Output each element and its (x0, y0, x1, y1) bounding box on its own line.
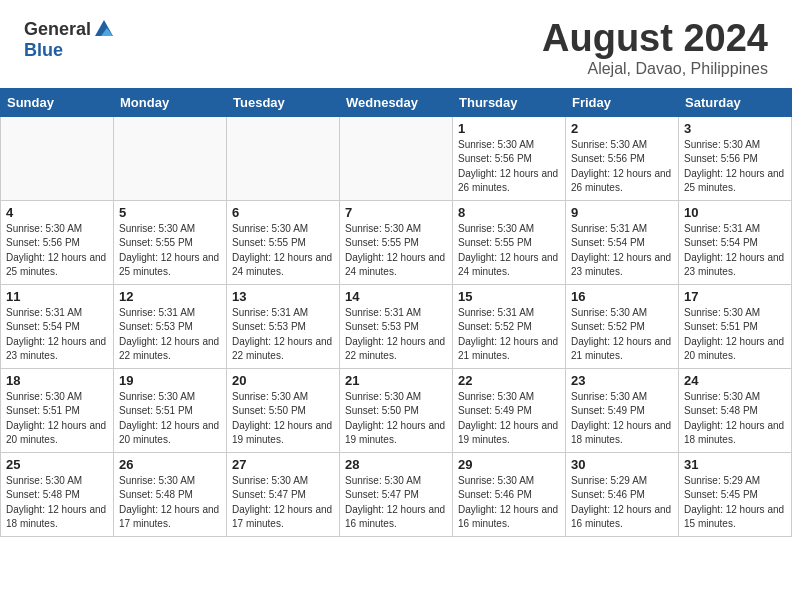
calendar-cell: 1Sunrise: 5:30 AM Sunset: 5:56 PM Daylig… (453, 116, 566, 200)
day-number: 9 (571, 205, 673, 220)
calendar-cell: 2Sunrise: 5:30 AM Sunset: 5:56 PM Daylig… (566, 116, 679, 200)
calendar-cell (227, 116, 340, 200)
day-number: 10 (684, 205, 786, 220)
day-number: 14 (345, 289, 447, 304)
logo: General Blue (24, 18, 115, 61)
day-number: 2 (571, 121, 673, 136)
day-info: Sunrise: 5:30 AM Sunset: 5:52 PM Dayligh… (571, 306, 673, 364)
day-info: Sunrise: 5:30 AM Sunset: 5:56 PM Dayligh… (6, 222, 108, 280)
calendar-week-row: 1Sunrise: 5:30 AM Sunset: 5:56 PM Daylig… (1, 116, 792, 200)
calendar-cell: 25Sunrise: 5:30 AM Sunset: 5:48 PM Dayli… (1, 452, 114, 536)
calendar-week-row: 4Sunrise: 5:30 AM Sunset: 5:56 PM Daylig… (1, 200, 792, 284)
calendar-cell: 7Sunrise: 5:30 AM Sunset: 5:55 PM Daylig… (340, 200, 453, 284)
calendar-body: 1Sunrise: 5:30 AM Sunset: 5:56 PM Daylig… (1, 116, 792, 536)
calendar-cell: 30Sunrise: 5:29 AM Sunset: 5:46 PM Dayli… (566, 452, 679, 536)
day-number: 1 (458, 121, 560, 136)
day-number: 28 (345, 457, 447, 472)
day-info: Sunrise: 5:30 AM Sunset: 5:48 PM Dayligh… (6, 474, 108, 532)
day-number: 26 (119, 457, 221, 472)
day-number: 25 (6, 457, 108, 472)
day-info: Sunrise: 5:30 AM Sunset: 5:48 PM Dayligh… (684, 390, 786, 448)
calendar-cell: 16Sunrise: 5:30 AM Sunset: 5:52 PM Dayli… (566, 284, 679, 368)
logo-blue-text: Blue (24, 40, 63, 60)
day-number: 20 (232, 373, 334, 388)
calendar-cell: 15Sunrise: 5:31 AM Sunset: 5:52 PM Dayli… (453, 284, 566, 368)
day-of-week-header: Saturday (679, 88, 792, 116)
day-info: Sunrise: 5:29 AM Sunset: 5:45 PM Dayligh… (684, 474, 786, 532)
day-info: Sunrise: 5:30 AM Sunset: 5:49 PM Dayligh… (458, 390, 560, 448)
calendar-cell: 29Sunrise: 5:30 AM Sunset: 5:46 PM Dayli… (453, 452, 566, 536)
day-number: 19 (119, 373, 221, 388)
calendar-cell (114, 116, 227, 200)
day-info: Sunrise: 5:30 AM Sunset: 5:50 PM Dayligh… (345, 390, 447, 448)
calendar-cell: 24Sunrise: 5:30 AM Sunset: 5:48 PM Dayli… (679, 368, 792, 452)
day-number: 11 (6, 289, 108, 304)
calendar-cell: 8Sunrise: 5:30 AM Sunset: 5:55 PM Daylig… (453, 200, 566, 284)
day-number: 16 (571, 289, 673, 304)
calendar-week-row: 11Sunrise: 5:31 AM Sunset: 5:54 PM Dayli… (1, 284, 792, 368)
day-info: Sunrise: 5:30 AM Sunset: 5:51 PM Dayligh… (119, 390, 221, 448)
day-number: 7 (345, 205, 447, 220)
calendar-cell: 20Sunrise: 5:30 AM Sunset: 5:50 PM Dayli… (227, 368, 340, 452)
day-info: Sunrise: 5:30 AM Sunset: 5:46 PM Dayligh… (458, 474, 560, 532)
calendar-cell: 11Sunrise: 5:31 AM Sunset: 5:54 PM Dayli… (1, 284, 114, 368)
day-number: 6 (232, 205, 334, 220)
calendar-cell: 13Sunrise: 5:31 AM Sunset: 5:53 PM Dayli… (227, 284, 340, 368)
calendar-table: SundayMondayTuesdayWednesdayThursdayFrid… (0, 88, 792, 537)
page-container: General Blue August 2024 Alejal, Davao, … (0, 0, 792, 537)
calendar-cell: 3Sunrise: 5:30 AM Sunset: 5:56 PM Daylig… (679, 116, 792, 200)
calendar-cell: 14Sunrise: 5:31 AM Sunset: 5:53 PM Dayli… (340, 284, 453, 368)
calendar-week-row: 25Sunrise: 5:30 AM Sunset: 5:48 PM Dayli… (1, 452, 792, 536)
day-of-week-header: Wednesday (340, 88, 453, 116)
day-number: 17 (684, 289, 786, 304)
day-number: 30 (571, 457, 673, 472)
day-info: Sunrise: 5:31 AM Sunset: 5:54 PM Dayligh… (684, 222, 786, 280)
day-info: Sunrise: 5:31 AM Sunset: 5:54 PM Dayligh… (6, 306, 108, 364)
day-number: 4 (6, 205, 108, 220)
day-of-week-header: Thursday (453, 88, 566, 116)
day-number: 15 (458, 289, 560, 304)
day-number: 27 (232, 457, 334, 472)
day-number: 23 (571, 373, 673, 388)
day-number: 3 (684, 121, 786, 136)
day-info: Sunrise: 5:30 AM Sunset: 5:51 PM Dayligh… (6, 390, 108, 448)
day-info: Sunrise: 5:30 AM Sunset: 5:48 PM Dayligh… (119, 474, 221, 532)
day-info: Sunrise: 5:30 AM Sunset: 5:56 PM Dayligh… (684, 138, 786, 196)
logo-icon (93, 18, 115, 40)
sub-title: Alejal, Davao, Philippines (542, 60, 768, 78)
day-info: Sunrise: 5:30 AM Sunset: 5:50 PM Dayligh… (232, 390, 334, 448)
day-number: 13 (232, 289, 334, 304)
calendar-cell: 19Sunrise: 5:30 AM Sunset: 5:51 PM Dayli… (114, 368, 227, 452)
day-info: Sunrise: 5:30 AM Sunset: 5:55 PM Dayligh… (232, 222, 334, 280)
calendar-cell: 27Sunrise: 5:30 AM Sunset: 5:47 PM Dayli… (227, 452, 340, 536)
day-info: Sunrise: 5:29 AM Sunset: 5:46 PM Dayligh… (571, 474, 673, 532)
day-info: Sunrise: 5:31 AM Sunset: 5:53 PM Dayligh… (345, 306, 447, 364)
day-info: Sunrise: 5:30 AM Sunset: 5:47 PM Dayligh… (345, 474, 447, 532)
day-number: 29 (458, 457, 560, 472)
day-info: Sunrise: 5:30 AM Sunset: 5:47 PM Dayligh… (232, 474, 334, 532)
calendar-cell: 5Sunrise: 5:30 AM Sunset: 5:55 PM Daylig… (114, 200, 227, 284)
day-info: Sunrise: 5:30 AM Sunset: 5:55 PM Dayligh… (119, 222, 221, 280)
calendar-cell: 6Sunrise: 5:30 AM Sunset: 5:55 PM Daylig… (227, 200, 340, 284)
logo-general: General (24, 18, 115, 40)
day-info: Sunrise: 5:31 AM Sunset: 5:53 PM Dayligh… (232, 306, 334, 364)
day-info: Sunrise: 5:30 AM Sunset: 5:49 PM Dayligh… (571, 390, 673, 448)
calendar-cell: 18Sunrise: 5:30 AM Sunset: 5:51 PM Dayli… (1, 368, 114, 452)
day-number: 31 (684, 457, 786, 472)
day-info: Sunrise: 5:31 AM Sunset: 5:54 PM Dayligh… (571, 222, 673, 280)
calendar-cell: 12Sunrise: 5:31 AM Sunset: 5:53 PM Dayli… (114, 284, 227, 368)
calendar-cell: 31Sunrise: 5:29 AM Sunset: 5:45 PM Dayli… (679, 452, 792, 536)
day-of-week-header: Sunday (1, 88, 114, 116)
day-info: Sunrise: 5:30 AM Sunset: 5:56 PM Dayligh… (571, 138, 673, 196)
calendar-cell: 17Sunrise: 5:30 AM Sunset: 5:51 PM Dayli… (679, 284, 792, 368)
page-header: General Blue August 2024 Alejal, Davao, … (0, 0, 792, 88)
day-info: Sunrise: 5:31 AM Sunset: 5:52 PM Dayligh… (458, 306, 560, 364)
day-number: 5 (119, 205, 221, 220)
calendar-cell: 23Sunrise: 5:30 AM Sunset: 5:49 PM Dayli… (566, 368, 679, 452)
day-number: 22 (458, 373, 560, 388)
calendar-cell (340, 116, 453, 200)
calendar-week-row: 18Sunrise: 5:30 AM Sunset: 5:51 PM Dayli… (1, 368, 792, 452)
calendar-cell: 10Sunrise: 5:31 AM Sunset: 5:54 PM Dayli… (679, 200, 792, 284)
calendar-cell: 9Sunrise: 5:31 AM Sunset: 5:54 PM Daylig… (566, 200, 679, 284)
calendar-cell: 26Sunrise: 5:30 AM Sunset: 5:48 PM Dayli… (114, 452, 227, 536)
